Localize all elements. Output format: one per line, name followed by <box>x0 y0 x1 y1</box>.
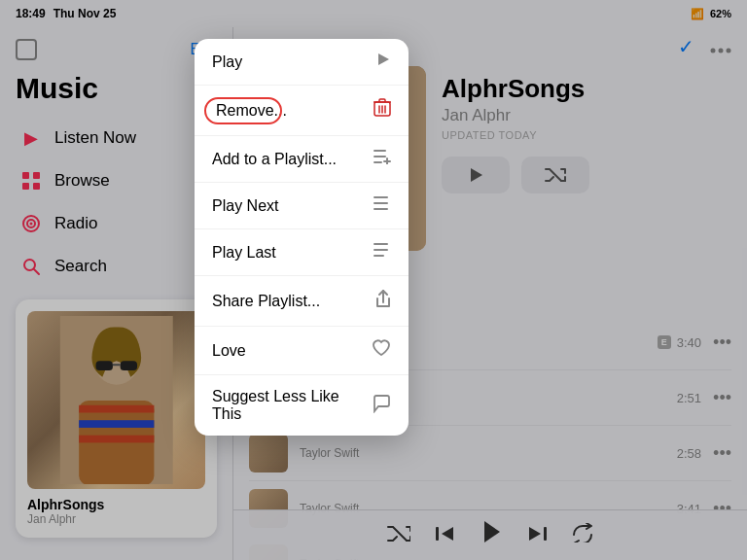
context-menu: Play Remove... Add to a Playlist... <box>195 39 409 436</box>
context-play-next-label: Play Next <box>212 197 374 215</box>
context-menu-item-play-next[interactable]: Play Next <box>195 183 409 229</box>
context-remove-label: Remove... <box>212 102 374 120</box>
context-menu-item-remove[interactable]: Remove... <box>195 86 409 136</box>
context-menu-item-love[interactable]: Love <box>195 327 409 375</box>
context-menu-item-share-playlist[interactable]: Share Playlist... <box>195 276 409 327</box>
context-menu-item-play-last[interactable]: Play Last <box>195 229 409 276</box>
context-share-label: Share Playlist... <box>212 293 375 310</box>
play-context-icon <box>375 52 391 72</box>
context-play-last-label: Play Last <box>212 244 374 262</box>
add-playlist-icon <box>374 149 391 169</box>
context-love-label: Love <box>212 342 372 360</box>
context-suggest-less-label: Suggest Less Like This <box>212 388 372 423</box>
svg-marker-37 <box>378 53 389 65</box>
share-icon <box>375 289 391 313</box>
trash-icon <box>374 98 391 122</box>
context-add-playlist-label: Add to a Playlist... <box>212 151 374 168</box>
play-next-icon <box>374 195 391 216</box>
context-play-label: Play <box>212 53 375 71</box>
play-last-icon <box>374 242 391 262</box>
context-menu-item-suggest-less[interactable]: Suggest Less Like This <box>195 375 409 436</box>
context-menu-item-play[interactable]: Play <box>195 39 409 86</box>
love-icon <box>372 339 391 362</box>
context-menu-item-add-playlist[interactable]: Add to a Playlist... <box>195 136 409 183</box>
thumbs-down-icon <box>372 394 391 418</box>
